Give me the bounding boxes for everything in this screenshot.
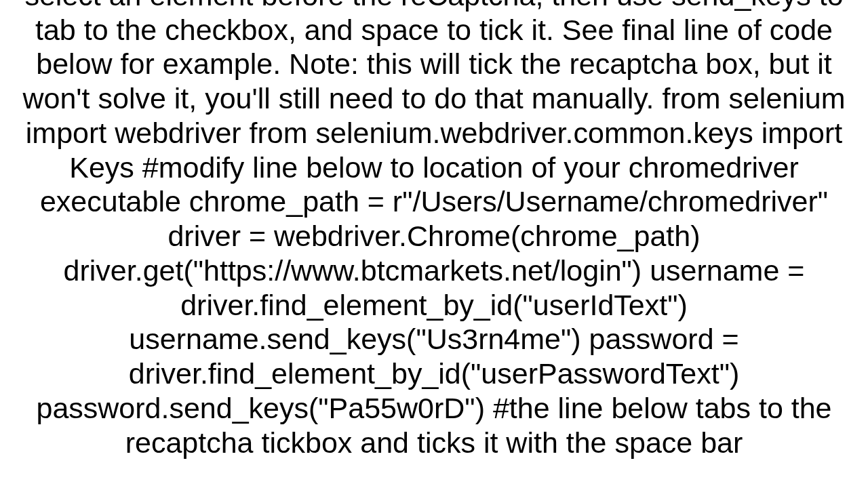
document-body-text: select an element before the reCaptcha, … (0, 0, 868, 460)
